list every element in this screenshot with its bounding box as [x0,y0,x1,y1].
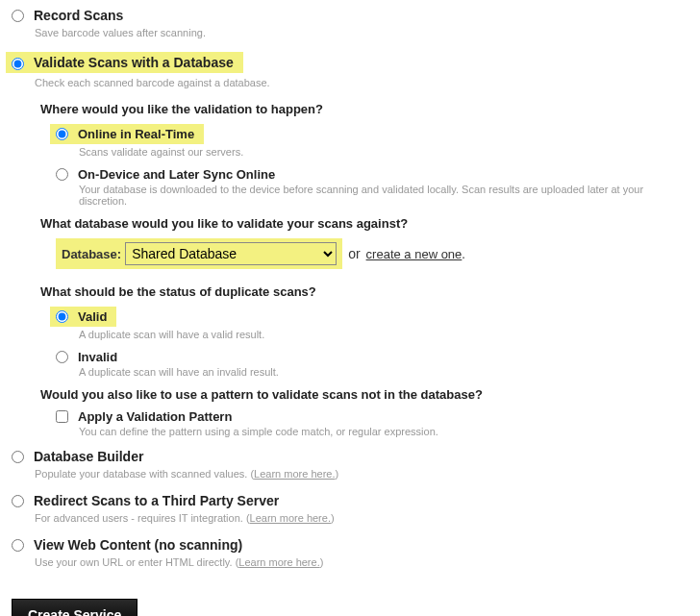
label-valid: Valid [78,309,107,324]
question-where: Where would you like the validation to h… [40,102,688,116]
link-learn-builder[interactable]: Learn more here. [254,468,335,480]
desc-view-web-content: Use your own URL or enter HTML directly.… [35,556,688,568]
desc-invalid: A duplicate scan will have an invalid re… [79,366,688,378]
label-view-web-content: View Web Content (no scanning) [34,537,242,553]
radio-record-scans[interactable] [12,10,24,22]
desc-validate-scans: Check each scanned barcode against a dat… [35,77,688,88]
create-service-button[interactable]: Create Service [12,599,138,616]
desc-database-builder: Populate your database with scanned valu… [35,468,688,480]
radio-online-realtime[interactable] [56,128,68,140]
label-ondevice: On-Device and Later Sync Online [78,167,275,182]
select-database[interactable]: Shared Database [125,242,337,265]
radio-invalid[interactable] [56,351,68,363]
label-redirect-scans: Redirect Scans to a Third Party Server [34,493,279,508]
question-duplicate: What should be the status of duplicate s… [40,284,688,299]
radio-database-builder[interactable] [12,451,24,463]
desc-valid: A duplicate scan will have a valid resul… [79,329,688,340]
label-invalid: Invalid [78,350,117,364]
link-create-new-database[interactable]: create a new one [366,247,462,261]
label-online-realtime: Online in Real-Time [78,127,194,141]
radio-validate-scans[interactable] [12,58,24,70]
radio-ondevice[interactable] [56,168,68,181]
radio-valid[interactable] [56,310,68,323]
desc-record-scans: Save barcode values after scanning. [35,27,688,38]
label-database: Database: [62,247,121,261]
desc-online-realtime: Scans validate against our servers. [79,146,688,158]
label-database-builder: Database Builder [34,449,143,464]
radio-redirect-scans[interactable] [12,495,24,507]
question-database: What database would you like to validate… [40,216,688,231]
desc-ondevice: Your database is downloaded to the devic… [79,184,688,207]
text-period: . [462,247,465,261]
question-pattern: Would you also like to use a pattern to … [40,387,688,402]
desc-apply-pattern: You can define the pattern using a simpl… [79,426,688,437]
link-learn-webcontent[interactable]: Learn more here. [238,556,319,568]
radio-view-web-content[interactable] [12,539,24,552]
text-or: or [348,246,360,261]
label-apply-pattern: Apply a Validation Pattern [78,409,232,424]
link-learn-redirect[interactable]: Learn more here. [250,512,331,524]
label-validate-scans: Validate Scans with a Database [34,55,234,70]
label-record-scans: Record Scans [34,8,123,23]
desc-redirect-scans: For advanced users - requires IT integra… [35,512,688,524]
checkbox-apply-pattern[interactable] [56,410,68,423]
